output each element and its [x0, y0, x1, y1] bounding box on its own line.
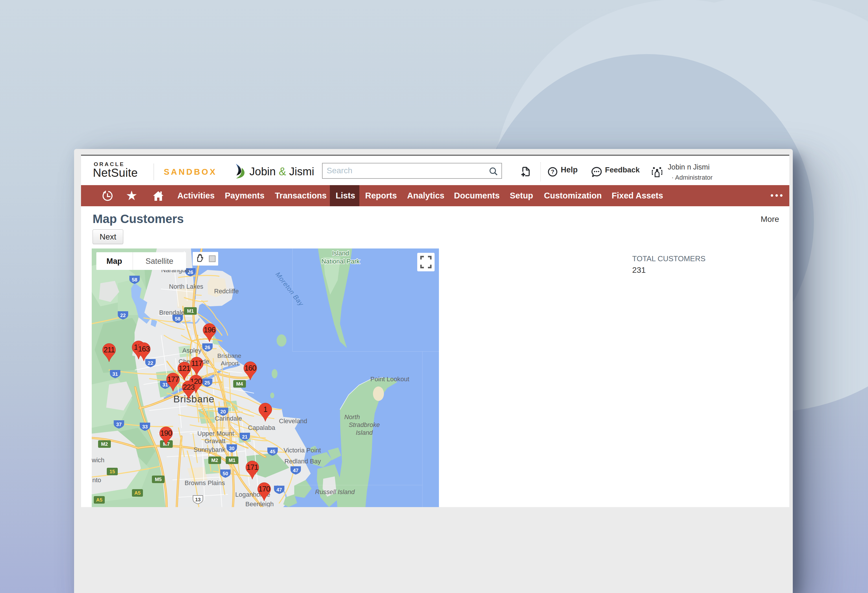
- svg-text:Brendale: Brendale: [159, 309, 185, 316]
- svg-text:25: 25: [205, 380, 210, 386]
- svg-text:A5: A5: [134, 490, 140, 496]
- svg-text:223: 223: [183, 383, 195, 391]
- svg-text:47: 47: [293, 468, 298, 473]
- svg-text:Point Lookout: Point Lookout: [371, 375, 409, 383]
- svg-text:177: 177: [167, 375, 179, 384]
- svg-text:163: 163: [138, 345, 150, 353]
- svg-text:Satellite: Satellite: [146, 257, 173, 266]
- svg-text:30: 30: [229, 446, 235, 451]
- svg-text:M1: M1: [229, 457, 236, 463]
- svg-text:M1: M1: [187, 308, 194, 314]
- svg-text:Victoria Point: Victoria Point: [283, 447, 321, 454]
- svg-text:121: 121: [179, 364, 190, 373]
- svg-text:196: 196: [204, 325, 216, 334]
- svg-text:47: 47: [277, 487, 282, 493]
- svg-text:M4: M4: [236, 381, 243, 387]
- svg-text:21: 21: [242, 434, 248, 440]
- svg-text:37: 37: [116, 422, 122, 427]
- svg-text:22: 22: [148, 360, 154, 366]
- svg-text:31: 31: [112, 372, 118, 377]
- svg-text:Brisbane: Brisbane: [217, 353, 241, 359]
- svg-text:Stradbroke: Stradbroke: [348, 421, 380, 428]
- svg-text:nto: nto: [92, 476, 101, 484]
- svg-text:North Lakes: North Lakes: [169, 283, 204, 290]
- svg-text:15: 15: [110, 469, 115, 474]
- svg-text:Brisbane: Brisbane: [173, 394, 214, 404]
- svg-text:33: 33: [142, 424, 148, 429]
- svg-text:13: 13: [195, 497, 201, 503]
- svg-text:Redcliffe: Redcliffe: [214, 288, 239, 295]
- svg-text:wich: wich: [92, 456, 105, 464]
- svg-text:Capalaba: Capalaba: [248, 424, 275, 431]
- svg-text:Cleveland: Cleveland: [279, 417, 307, 425]
- svg-text:Map: Map: [106, 257, 122, 266]
- svg-text:Sunnybank: Sunnybank: [193, 446, 226, 453]
- svg-text:211: 211: [103, 345, 115, 354]
- svg-text:Airport: Airport: [221, 360, 239, 366]
- svg-text:M2: M2: [101, 441, 108, 447]
- svg-text:22: 22: [120, 313, 126, 318]
- svg-text:M5: M5: [155, 477, 162, 482]
- svg-text:50: 50: [223, 471, 228, 476]
- svg-text:20: 20: [220, 409, 226, 415]
- svg-text:National Park: National Park: [322, 258, 360, 265]
- svg-text:190: 190: [160, 429, 172, 437]
- svg-text:M2: M2: [211, 457, 218, 463]
- svg-text:1: 1: [263, 405, 267, 414]
- svg-text:58: 58: [132, 277, 137, 283]
- svg-text:?: ?: [551, 169, 554, 175]
- svg-text:26: 26: [205, 345, 210, 350]
- svg-text:Upper Mount: Upper Mount: [197, 430, 234, 437]
- svg-text:117: 117: [191, 359, 202, 368]
- svg-text:North: North: [344, 413, 360, 420]
- svg-text:Russell Island: Russell Island: [315, 488, 355, 496]
- svg-text:Island: Island: [356, 429, 373, 436]
- svg-text:A5: A5: [96, 497, 102, 503]
- svg-text:45: 45: [270, 449, 275, 454]
- svg-text:170: 170: [258, 485, 270, 493]
- svg-text:Aspley: Aspley: [182, 347, 201, 354]
- svg-text:Island: Island: [332, 250, 349, 257]
- svg-text:Redland Bay: Redland Bay: [284, 457, 321, 465]
- svg-text:160: 160: [245, 364, 256, 372]
- svg-text:Beenleigh: Beenleigh: [245, 500, 274, 507]
- svg-text:58: 58: [175, 316, 180, 322]
- svg-text:Browns Plains: Browns Plains: [185, 479, 225, 487]
- svg-text:171: 171: [247, 463, 258, 472]
- svg-text:Carindale: Carindale: [215, 415, 242, 422]
- svg-text:Gravatt: Gravatt: [205, 437, 225, 445]
